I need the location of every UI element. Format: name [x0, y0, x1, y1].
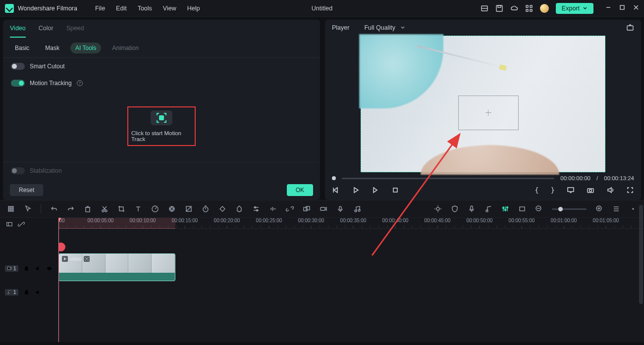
menu-view[interactable]: View — [159, 3, 180, 14]
scrub-track[interactable] — [342, 178, 554, 179]
window-minimize-icon[interactable] — [605, 4, 611, 12]
delete-icon[interactable] — [84, 205, 92, 213]
snapshot-icon[interactable] — [626, 24, 634, 32]
timeline-tracks-area[interactable]: 00:0000:00:05:0000:00:10:0000:00:15:0000… — [58, 218, 644, 342]
tab-speed[interactable]: Speed — [66, 25, 84, 38]
vertical-scrollbar[interactable] — [639, 205, 643, 304]
lock-icon[interactable] — [23, 289, 30, 296]
window-close-icon[interactable] — [633, 4, 639, 12]
zoom-out-icon[interactable] — [535, 205, 543, 213]
playhead[interactable] — [58, 218, 59, 342]
marker-icon[interactable] — [235, 205, 243, 213]
duration-icon[interactable] — [202, 205, 210, 213]
display-icon[interactable] — [567, 186, 575, 194]
apps-icon[interactable] — [525, 4, 533, 12]
text-icon[interactable] — [134, 205, 142, 213]
menu-file[interactable]: File — [91, 3, 109, 14]
ruler-tick: 00:00:30:00 — [298, 218, 324, 223]
mixer-icon[interactable] — [501, 205, 509, 213]
record-icon[interactable] — [320, 205, 327, 213]
lock-icon[interactable] — [23, 265, 30, 272]
mark-out-icon[interactable]: } — [551, 186, 555, 194]
subtab-mask[interactable]: Mask — [40, 43, 64, 53]
more-icon[interactable] — [629, 205, 637, 213]
stop-icon[interactable] — [391, 186, 399, 194]
svg-point-20 — [10, 206, 11, 207]
frame-icon[interactable] — [518, 205, 526, 213]
timeline-ruler[interactable]: 00:0000:00:05:0000:00:10:0000:00:15:0000… — [58, 218, 644, 229]
color-icon[interactable] — [168, 205, 176, 213]
svg-rect-7 — [530, 9, 532, 11]
mark-in-icon[interactable]: { — [535, 186, 538, 194]
preview-canvas[interactable] — [361, 36, 605, 172]
menu-tools[interactable]: Tools — [134, 3, 156, 14]
svg-point-19 — [8, 206, 9, 207]
subtab-ai-tools[interactable]: AI Tools — [70, 43, 101, 53]
redo-icon[interactable] — [67, 205, 75, 213]
menu-help[interactable]: Help — [183, 3, 204, 14]
audio-tool-icon[interactable] — [269, 205, 277, 213]
grid-icon[interactable] — [7, 205, 15, 213]
volume-icon[interactable] — [606, 186, 614, 194]
zoom-in-icon[interactable] — [595, 205, 603, 213]
adjust-icon[interactable] — [252, 205, 260, 213]
video-track-header[interactable]: 1 — [0, 254, 58, 282]
cloud-icon[interactable] — [510, 4, 518, 12]
clip-label: video — [70, 256, 82, 262]
visibility-icon[interactable] — [46, 265, 53, 272]
group-icon[interactable] — [303, 205, 311, 213]
subtab-basic[interactable]: Basic — [10, 43, 34, 53]
beat-icon[interactable] — [484, 205, 492, 213]
list-icon[interactable] — [612, 205, 620, 213]
ruler-tick: 00:00:55:00 — [509, 218, 535, 223]
marker-icon[interactable] — [58, 243, 65, 251]
play-next-icon[interactable] — [372, 186, 379, 194]
layout-icon[interactable] — [481, 4, 488, 12]
undo-icon[interactable] — [50, 205, 58, 213]
tab-video[interactable]: Video — [10, 25, 26, 38]
voiceover-icon[interactable] — [336, 205, 344, 213]
export-button[interactable]: Export — [556, 3, 593, 14]
music-icon[interactable] — [353, 205, 361, 213]
video-clip[interactable]: video — [58, 253, 175, 281]
motion-track-target-box[interactable] — [458, 96, 519, 130]
ok-button[interactable]: OK — [287, 184, 313, 196]
cut-icon[interactable] — [101, 205, 108, 213]
speed-icon[interactable] — [151, 205, 159, 213]
motion-tracking-toggle[interactable] — [11, 80, 25, 87]
audio-track-header[interactable]: 1 — [0, 282, 58, 302]
mic-icon[interactable] — [468, 205, 476, 213]
tab-color[interactable]: Color — [39, 25, 54, 38]
chevron-down-icon — [583, 6, 588, 11]
camera-icon[interactable] — [587, 186, 594, 194]
keyframe-icon[interactable] — [218, 205, 226, 213]
ruler-tick: 00:00:35:00 — [340, 218, 367, 223]
mute-icon[interactable] — [35, 289, 41, 296]
subtab-animation[interactable]: Animation — [107, 43, 143, 53]
save-icon[interactable] — [495, 4, 503, 12]
mute-icon[interactable] — [35, 265, 41, 272]
play-icon[interactable] — [352, 186, 360, 194]
info-icon[interactable]: ? — [77, 80, 83, 86]
smart-cutout-toggle[interactable] — [11, 63, 25, 70]
fullscreen-icon[interactable] — [626, 186, 634, 194]
user-avatar-icon[interactable] — [540, 4, 549, 13]
link-icon[interactable] — [18, 221, 25, 228]
reset-button[interactable]: Reset — [10, 184, 43, 196]
menu-edit[interactable]: Edit — [112, 3, 131, 14]
shield-icon[interactable] — [451, 205, 459, 213]
mask-tool-icon[interactable] — [185, 205, 193, 213]
player-tab[interactable]: Player — [332, 24, 349, 31]
step-back-icon[interactable] — [332, 186, 340, 194]
unlink-icon[interactable] — [286, 205, 294, 213]
cursor-icon[interactable] — [24, 205, 32, 213]
zoom-slider[interactable] — [552, 208, 587, 210]
start-motion-track-button[interactable] — [151, 110, 172, 125]
track-icon[interactable] — [6, 221, 13, 228]
crop-icon[interactable] — [117, 205, 125, 213]
quality-dropdown[interactable]: Full Quality — [364, 24, 405, 31]
enhance-icon[interactable] — [434, 205, 442, 213]
window-maximize-icon[interactable] — [619, 4, 625, 12]
clip-play-icon — [62, 256, 68, 262]
scrub-handle[interactable] — [332, 176, 336, 180]
